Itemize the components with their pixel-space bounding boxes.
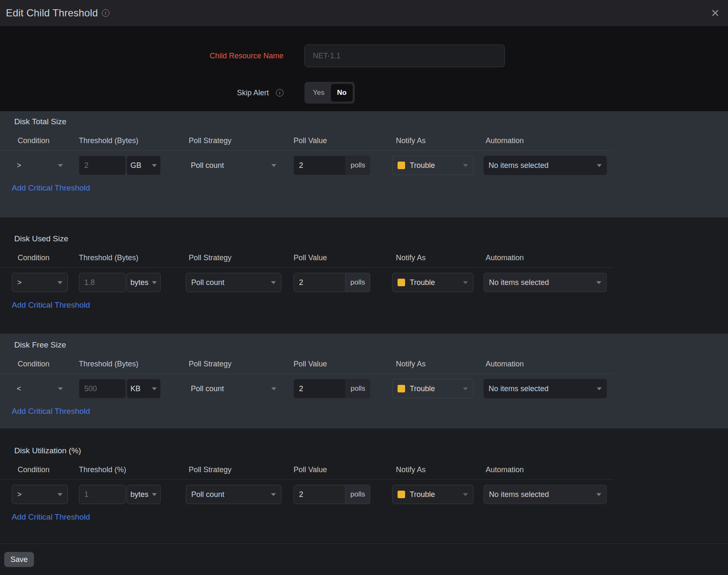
section-title: Disk Free Size	[0, 340, 728, 350]
automation-select[interactable]: No items selected	[484, 485, 607, 504]
column-header-condition: Condition	[12, 360, 68, 369]
chevron-down-icon	[463, 281, 468, 284]
column-header-poll-strategy: Poll Strategy	[186, 360, 281, 369]
top-form: Child Resource Name Skip Alert i Yes No	[0, 26, 728, 111]
threshold-input[interactable]	[79, 379, 126, 398]
column-header-threshold: Threshold (%)	[79, 465, 161, 474]
poll-value-unit: polls	[346, 273, 370, 292]
poll-strategy-select[interactable]: Poll count	[186, 485, 281, 504]
column-headers: Condition Threshold (Bytes) Poll Strateg…	[0, 254, 613, 268]
chevron-down-icon	[271, 281, 276, 284]
info-icon: i	[102, 9, 109, 17]
column-header-automation: Automation	[484, 136, 607, 145]
threshold-input[interactable]	[79, 485, 126, 504]
chevron-down-icon	[152, 164, 157, 167]
chevron-down-icon	[271, 387, 276, 390]
threshold-unit-select[interactable]: bytes	[127, 273, 161, 292]
poll-strategy-select[interactable]: Poll count	[186, 379, 281, 398]
chevron-down-icon	[58, 164, 63, 167]
poll-value-unit: polls	[346, 379, 370, 398]
threshold-input[interactable]	[79, 273, 126, 292]
resource-name-row: Child Resource Name	[0, 44, 728, 67]
poll-value-input[interactable]	[294, 485, 346, 504]
column-header-poll-value: Poll Value	[294, 465, 370, 474]
column-header-notify-as: Notify As	[392, 254, 473, 262]
section-title: Disk Total Size	[0, 117, 728, 126]
close-icon[interactable]: ✕	[709, 6, 721, 20]
column-header-poll-value: Poll Value	[294, 254, 370, 262]
chevron-down-icon	[57, 493, 62, 496]
column-header-condition: Condition	[12, 136, 68, 145]
chevron-down-icon	[463, 493, 468, 496]
resource-name-input[interactable]	[304, 44, 505, 67]
threshold-row: > bytes Poll count polls Trouble	[0, 485, 728, 504]
threshold-row: > bytes Poll count polls Trouble	[0, 273, 728, 292]
threshold-unit-select[interactable]: GB	[127, 156, 161, 175]
condition-select[interactable]: >	[12, 485, 68, 504]
chevron-down-icon	[58, 387, 63, 390]
column-header-poll-value: Poll Value	[294, 136, 370, 145]
chevron-down-icon	[596, 493, 601, 496]
poll-strategy-select[interactable]: Poll count	[186, 273, 281, 292]
save-button[interactable]: Save	[4, 552, 34, 567]
automation-select[interactable]: No items selected	[484, 379, 607, 398]
poll-value-input[interactable]	[294, 156, 346, 175]
column-header-notify-as: Notify As	[392, 136, 473, 145]
section-disk-total-size: Disk Total Size Condition Threshold (Byt…	[0, 111, 728, 217]
modal-header: Edit Child Threshold i ✕	[0, 0, 728, 26]
column-header-threshold: Threshold (Bytes)	[79, 360, 161, 369]
chevron-down-icon	[57, 281, 62, 284]
add-critical-threshold-link[interactable]: Add Critical Threshold	[12, 183, 90, 193]
column-headers: Condition Threshold (Bytes) Poll Strateg…	[0, 360, 613, 374]
condition-select[interactable]: <	[12, 379, 68, 398]
skip-alert-no-option[interactable]: No	[331, 84, 353, 102]
section-disk-free-size: Disk Free Size Condition Threshold (Byte…	[0, 334, 728, 429]
skip-alert-toggle: Yes No	[304, 82, 355, 104]
condition-select[interactable]: >	[12, 273, 68, 292]
threshold-row: > GB Poll count polls Trouble	[0, 156, 728, 175]
notify-as-select[interactable]: Trouble	[392, 379, 473, 398]
poll-value-input[interactable]	[294, 273, 346, 292]
add-critical-threshold-link[interactable]: Add Critical Threshold	[12, 512, 90, 522]
chevron-down-icon	[596, 281, 601, 284]
threshold-row: < KB Poll count polls Trouble	[0, 379, 728, 398]
page-title: Edit Child Threshold	[6, 7, 98, 19]
column-header-poll-strategy: Poll Strategy	[186, 136, 281, 145]
trouble-color-swatch	[398, 491, 405, 498]
notify-as-select[interactable]: Trouble	[392, 156, 473, 175]
skip-alert-yes-option[interactable]: Yes	[307, 84, 331, 102]
add-critical-threshold-link[interactable]: Add Critical Threshold	[12, 407, 90, 416]
poll-strategy-select[interactable]: Poll count	[186, 156, 281, 175]
trouble-color-swatch	[398, 385, 405, 392]
chevron-down-icon	[463, 387, 468, 390]
section-title: Disk Utilization (%)	[0, 446, 728, 455]
chevron-down-icon	[152, 387, 157, 390]
section-disk-used-size: Disk Used Size Condition Threshold (Byte…	[0, 217, 728, 334]
column-header-condition: Condition	[12, 254, 68, 262]
column-header-notify-as: Notify As	[392, 360, 473, 369]
automation-select[interactable]: No items selected	[484, 273, 607, 292]
threshold-unit-select[interactable]: bytes	[127, 485, 161, 504]
column-header-condition: Condition	[12, 465, 68, 474]
notify-as-select[interactable]: Trouble	[392, 485, 473, 504]
trouble-color-swatch	[398, 162, 405, 169]
column-headers: Condition Threshold (%) Poll Strategy Po…	[0, 465, 613, 480]
skip-alert-row: Skip Alert i Yes No	[0, 82, 728, 104]
column-header-poll-value: Poll Value	[294, 360, 370, 369]
column-header-threshold: Threshold (Bytes)	[79, 136, 161, 145]
section-disk-utilization: Disk Utilization (%) Condition Threshold…	[0, 429, 728, 544]
notify-as-select[interactable]: Trouble	[392, 273, 473, 292]
threshold-input[interactable]	[79, 156, 126, 175]
automation-select[interactable]: No items selected	[484, 156, 607, 175]
add-critical-threshold-link[interactable]: Add Critical Threshold	[12, 301, 90, 310]
skip-alert-label: Skip Alert i	[0, 89, 283, 97]
column-header-automation: Automation	[484, 254, 607, 262]
condition-select[interactable]: >	[12, 156, 68, 175]
column-header-poll-strategy: Poll Strategy	[186, 465, 281, 474]
poll-value-input[interactable]	[294, 379, 346, 398]
chevron-down-icon	[152, 281, 157, 284]
column-header-notify-as: Notify As	[392, 465, 473, 474]
chevron-down-icon	[463, 164, 468, 167]
threshold-unit-select[interactable]: KB	[127, 379, 161, 398]
poll-value-unit: polls	[346, 156, 370, 175]
